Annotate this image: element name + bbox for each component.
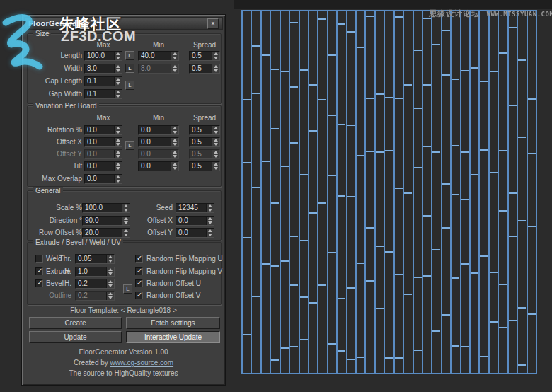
bevel-checkbox[interactable]: [35, 279, 43, 287]
offset-y-label: Offset Y: [29, 149, 82, 159]
spinner-icon[interactable]: [206, 229, 214, 237]
offset-y-max-field[interactable]: 0.0: [84, 149, 122, 159]
width-spread-field[interactable]: 0.5: [189, 64, 220, 74]
fetch-settings-button[interactable]: Fetch settings: [126, 317, 220, 329]
zf3d-logo-icon: [0, 13, 47, 75]
header-spread: Spread: [186, 114, 223, 122]
field-value: 8.0: [141, 64, 171, 73]
length-spread-field[interactable]: 0.5: [189, 51, 220, 61]
spinner-icon[interactable]: [114, 77, 122, 86]
weld-thr-label: Thr.: [53, 254, 71, 263]
spinner-icon[interactable]: [106, 292, 114, 300]
spinner-icon[interactable]: [212, 138, 219, 146]
bevel-h-field[interactable]: 0.2: [75, 279, 115, 289]
general-offset-y-label: Offset Y: [139, 228, 173, 238]
outline-label: Outline: [29, 291, 71, 300]
tilt-min-field[interactable]: 0.0: [138, 161, 179, 171]
spinner-icon[interactable]: [106, 279, 114, 288]
header-spread: Spread: [186, 41, 223, 50]
spinner-icon[interactable]: [212, 64, 219, 73]
spinner-icon[interactable]: [171, 52, 178, 60]
spinner-icon[interactable]: [114, 162, 122, 171]
random-flip-u-checkbox[interactable]: [135, 255, 143, 263]
spinner-icon[interactable]: [212, 162, 219, 171]
spinner-icon[interactable]: [122, 204, 130, 212]
close-icon[interactable]: x: [207, 18, 219, 29]
spinner-icon[interactable]: [212, 150, 219, 158]
spinner-icon[interactable]: [171, 162, 178, 171]
random-flip-v-checkbox[interactable]: [135, 267, 143, 275]
length-min-field[interactable]: 40.0: [138, 51, 179, 61]
scale-field[interactable]: 100.0: [82, 203, 130, 213]
spinner-icon[interactable]: [122, 217, 130, 225]
general-offset-y-field[interactable]: 0.0: [176, 228, 214, 238]
scale-seed-row: Scale % 100.0 Seed 12345: [29, 203, 222, 214]
spinner-icon[interactable]: [212, 52, 219, 60]
width-lock-button[interactable]: L: [125, 64, 134, 73]
row-offset-field[interactable]: 20.0: [82, 228, 130, 238]
rotation-max-field[interactable]: 0.0: [84, 125, 122, 135]
cg-source-link[interactable]: www.cg-source.com: [110, 359, 173, 367]
spinner-icon[interactable]: [114, 52, 122, 60]
rotation-label: Rotation %: [29, 125, 82, 135]
spinner-icon[interactable]: [206, 204, 214, 212]
seed-field[interactable]: 12345: [176, 203, 214, 213]
header-min: Min: [138, 114, 179, 122]
spinner-icon[interactable]: [114, 90, 122, 98]
field-value: 0.0: [87, 175, 114, 183]
update-button[interactable]: Update: [29, 331, 122, 343]
spinner-icon[interactable]: [206, 217, 214, 225]
width-max-field[interactable]: 8.0: [84, 64, 122, 74]
random-flip-u-label: Random Flip Mapping U: [146, 254, 223, 263]
bevel-outline-lock-button[interactable]: L: [123, 284, 132, 294]
weld-thr-field[interactable]: 0.05: [75, 254, 115, 264]
max-overlap-field[interactable]: 0.0: [84, 174, 122, 184]
spinner-icon[interactable]: [171, 64, 178, 73]
interactive-update-button[interactable]: Interactive Update: [126, 331, 220, 343]
gap-width-field[interactable]: 0.1: [84, 89, 122, 99]
spinner-icon[interactable]: [122, 229, 130, 237]
max-overlap-label: Max Overlap: [29, 174, 82, 184]
spinner-icon[interactable]: [106, 255, 114, 263]
spinner-icon[interactable]: [171, 150, 178, 158]
tilt-spread-field[interactable]: 0.5: [189, 161, 220, 171]
spinner-icon[interactable]: [212, 126, 219, 134]
general-offset-x-field[interactable]: 0.0: [176, 216, 214, 226]
spinner-icon[interactable]: [171, 126, 178, 134]
offset-x-spread-field[interactable]: 0.5: [189, 137, 220, 147]
extrude-checkbox[interactable]: [35, 267, 43, 275]
random-offset-v-checkbox[interactable]: [135, 292, 143, 299]
spinner-icon[interactable]: [106, 267, 114, 276]
gap-width-row: Gap Width 0.1: [29, 89, 222, 100]
weld-checkbox[interactable]: [35, 255, 43, 263]
create-button[interactable]: Create: [29, 317, 122, 329]
field-value: 0.5: [192, 162, 212, 171]
spinner-icon[interactable]: [114, 126, 122, 134]
random-offset-u-checkbox[interactable]: [135, 279, 143, 287]
tilt-max-field[interactable]: 0.0: [84, 161, 122, 171]
field-value: 0.0: [178, 229, 206, 237]
length-lock-button[interactable]: L: [125, 51, 134, 60]
spinner-icon[interactable]: [114, 175, 122, 183]
offset-y-min-field[interactable]: 0.0: [138, 149, 179, 159]
offset-x-min-field[interactable]: 0.0: [138, 137, 179, 147]
direction-field[interactable]: 90.0: [82, 216, 130, 226]
rotation-spread-field[interactable]: 0.5: [189, 125, 220, 135]
outline-field[interactable]: 0.2: [75, 291, 115, 301]
offset-lock-button[interactable]: L: [125, 141, 134, 150]
spinner-icon[interactable]: [171, 138, 178, 146]
spinner-icon[interactable]: [114, 138, 122, 146]
field-value: 0.0: [141, 162, 171, 171]
width-min-field[interactable]: 8.0: [138, 64, 179, 74]
spinner-icon[interactable]: [114, 150, 122, 158]
field-value: 0.0: [87, 138, 114, 146]
direction-label: Direction °: [29, 216, 82, 226]
extrude-h-field[interactable]: 1.0: [75, 267, 115, 277]
spinner-icon[interactable]: [114, 64, 122, 73]
offset-y-spread-field[interactable]: 0.5: [189, 149, 220, 159]
length-max-field[interactable]: 100.0: [84, 51, 122, 61]
gap-lock-button[interactable]: L: [125, 81, 134, 90]
gap-length-field[interactable]: 0.1: [84, 76, 122, 86]
rotation-min-field[interactable]: 0.0: [138, 125, 179, 135]
offset-x-max-field[interactable]: 0.0: [84, 137, 122, 147]
